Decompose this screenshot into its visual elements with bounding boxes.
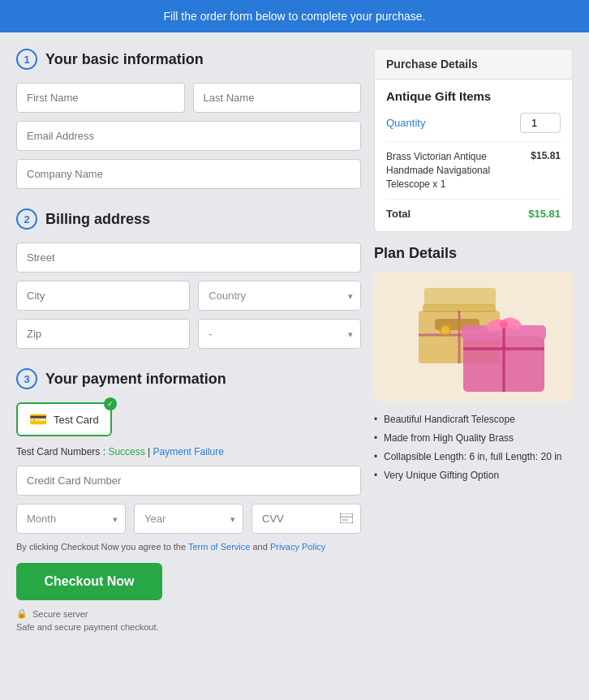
list-item: Made from High Quality Brass xyxy=(374,432,573,445)
purchase-details-box: Purchase Details Antique Gift Items Quan… xyxy=(374,49,573,232)
cvv-card-icon xyxy=(340,513,353,526)
quantity-label: Quantity xyxy=(386,117,425,129)
month-wrapper: Month 0102 0304 0506 0708 0910 1112 ▾ xyxy=(16,504,126,534)
svg-rect-1 xyxy=(340,516,353,518)
total-label: Total xyxy=(386,208,411,220)
section-number-3: 3 xyxy=(16,368,37,389)
plan-title: Plan Details xyxy=(374,245,573,262)
quantity-row: Quantity xyxy=(386,113,561,133)
svg-rect-5 xyxy=(424,288,496,306)
right-panel: Purchase Details Antique Gift Items Quan… xyxy=(374,49,573,684)
country-wrapper: Country ▾ xyxy=(198,281,361,311)
top-banner: Fill the order form below to complete yo… xyxy=(0,0,589,32)
secure-label: Secure server xyxy=(32,609,88,619)
item-row: Brass Victorian Antique Handmade Navigat… xyxy=(386,141,561,191)
svg-rect-2 xyxy=(342,519,348,521)
secure-info: 🔒 Secure server xyxy=(16,608,361,619)
month-select[interactable]: Month 0102 0304 0506 0708 0910 1112 xyxy=(16,504,126,534)
email-input[interactable] xyxy=(16,121,361,151)
street-input[interactable] xyxy=(16,243,361,273)
payment-label: Your payment information xyxy=(45,371,226,388)
terms-link[interactable]: Term of Service xyxy=(188,542,250,552)
city-input[interactable] xyxy=(16,281,190,311)
purchase-details-title: Purchase Details xyxy=(375,49,572,79)
zip-input[interactable] xyxy=(16,319,190,349)
success-link[interactable]: Success xyxy=(108,446,144,457)
left-panel: 1 Your basic information xyxy=(16,49,361,684)
year-wrapper: Year 20242025 20262027 ▾ xyxy=(134,504,243,534)
privacy-link[interactable]: Privacy Policy xyxy=(270,542,325,552)
country-select[interactable]: Country xyxy=(198,281,361,311)
banner-text: Fill the order form below to complete yo… xyxy=(164,10,426,23)
total-price: $15.81 xyxy=(528,208,561,220)
cvv-wrapper xyxy=(252,504,361,534)
street-row xyxy=(16,243,361,273)
product-image xyxy=(374,272,573,402)
plan-details-section: Plan Details xyxy=(374,245,573,482)
test-card-info: Test Card Numbers : Success | Payment Fa… xyxy=(16,446,361,457)
basic-info-section: 1 Your basic information xyxy=(16,49,361,189)
billing-section: 2 Billing address Country ▾ xyxy=(16,208,361,349)
lock-icon: 🔒 xyxy=(16,608,28,619)
section-number-2: 2 xyxy=(16,208,37,230)
last-name-input[interactable] xyxy=(193,83,362,113)
list-item: Beautiful Handicraft Telescope xyxy=(374,413,573,427)
check-badge-icon: ✓ xyxy=(104,397,117,410)
item-description: Brass Victorian Antique Handmade Navigat… xyxy=(386,150,522,191)
credit-card-row xyxy=(16,466,361,496)
city-country-row: Country ▾ xyxy=(16,281,361,311)
svg-point-19 xyxy=(441,326,449,334)
month-year-cvv-row: Month 0102 0304 0506 0708 0910 1112 ▾ Ye… xyxy=(16,504,361,534)
credit-card-icon: 💳 xyxy=(29,410,47,428)
quantity-input[interactable] xyxy=(520,113,561,133)
billing-label: Billing address xyxy=(45,211,150,228)
company-input[interactable] xyxy=(16,159,361,189)
email-row xyxy=(16,121,361,151)
basic-info-label: Your basic information xyxy=(45,51,204,68)
item-price: $15.81 xyxy=(531,150,561,161)
terms-text: By clicking Checkout Now you agree to th… xyxy=(16,542,361,552)
name-row xyxy=(16,83,361,113)
secure-sub-text: Safe and secure payment checkout. xyxy=(16,622,361,632)
product-title: Antique Gift Items xyxy=(386,89,561,103)
list-item: Very Unique Gifting Option xyxy=(374,469,573,483)
svg-rect-0 xyxy=(340,513,353,523)
basic-info-title: 1 Your basic information xyxy=(16,49,361,70)
total-row: Total $15.81 xyxy=(386,199,561,220)
test-card-option[interactable]: 💳 Test Card ✓ xyxy=(16,402,112,436)
payment-title: 3 Your payment information xyxy=(16,368,361,389)
state-wrapper: - ▾ xyxy=(198,319,361,349)
checkout-button[interactable]: Checkout Now xyxy=(16,563,162,600)
section-number-1: 1 xyxy=(16,49,37,70)
card-label-text: Test Card xyxy=(54,414,99,426)
failure-link[interactable]: Payment Failure xyxy=(153,446,224,457)
state-select[interactable]: - xyxy=(198,319,361,349)
credit-card-input[interactable] xyxy=(16,466,361,496)
payment-section: 3 Your payment information 💳 Test Card ✓… xyxy=(16,368,361,632)
test-card-prefix: Test Card Numbers : xyxy=(16,446,105,457)
year-select[interactable]: Year 20242025 20262027 xyxy=(134,504,243,534)
plan-bullets: Beautiful Handicraft TelescopeMade from … xyxy=(374,413,573,482)
billing-title: 2 Billing address xyxy=(16,208,361,230)
zip-state-row: - ▾ xyxy=(16,319,361,349)
company-row xyxy=(16,159,361,189)
list-item: Collapsible Length: 6 in, full Length: 2… xyxy=(374,450,573,464)
svg-point-17 xyxy=(500,320,508,329)
first-name-input[interactable] xyxy=(16,83,185,113)
